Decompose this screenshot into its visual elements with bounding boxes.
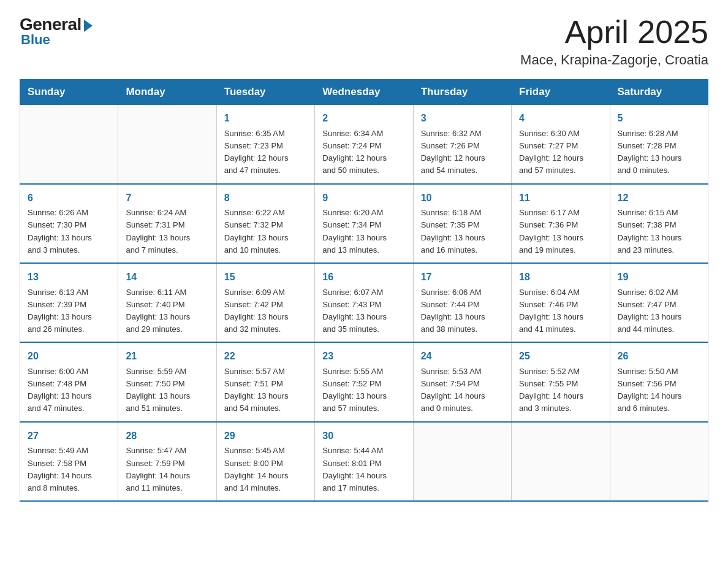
calendar-cell: 2Sunrise: 6:34 AM Sunset: 7:24 PM Daylig… <box>315 105 413 184</box>
day-number: 18 <box>519 270 602 285</box>
calendar-day-header: Sunday <box>20 80 118 105</box>
day-number: 9 <box>322 191 405 206</box>
day-number: 17 <box>421 270 504 285</box>
day-info: Sunrise: 6:22 AM Sunset: 7:32 PM Dayligh… <box>224 207 307 256</box>
day-number: 15 <box>224 270 307 285</box>
day-info: Sunrise: 5:52 AM Sunset: 7:55 PM Dayligh… <box>519 366 602 415</box>
day-number: 13 <box>28 270 110 285</box>
day-number: 7 <box>126 191 208 206</box>
day-number: 22 <box>224 349 307 364</box>
day-number: 29 <box>224 429 307 444</box>
logo-arrow-icon <box>84 20 93 32</box>
location-subtitle: Mace, Krapina-Zagorje, Croatia <box>520 52 708 68</box>
day-number: 27 <box>28 429 110 444</box>
calendar-cell: 19Sunrise: 6:02 AM Sunset: 7:47 PM Dayli… <box>610 263 708 342</box>
calendar-cell: 21Sunrise: 5:59 AM Sunset: 7:50 PM Dayli… <box>118 342 216 421</box>
calendar-cell: 18Sunrise: 6:04 AM Sunset: 7:46 PM Dayli… <box>512 263 610 342</box>
day-number: 11 <box>519 191 602 206</box>
calendar-cell: 12Sunrise: 6:15 AM Sunset: 7:38 PM Dayli… <box>610 184 708 263</box>
day-number: 24 <box>421 349 504 364</box>
day-number: 19 <box>618 270 700 285</box>
day-info: Sunrise: 6:18 AM Sunset: 7:35 PM Dayligh… <box>421 207 504 256</box>
calendar-cell: 5Sunrise: 6:28 AM Sunset: 7:28 PM Daylig… <box>610 105 708 184</box>
calendar-day-header: Saturday <box>610 80 708 105</box>
calendar-cell <box>413 422 511 501</box>
calendar-cell: 16Sunrise: 6:07 AM Sunset: 7:43 PM Dayli… <box>315 263 413 342</box>
day-number: 2 <box>322 111 405 126</box>
calendar-cell: 7Sunrise: 6:24 AM Sunset: 7:31 PM Daylig… <box>118 184 216 263</box>
calendar-day-header: Thursday <box>413 80 511 105</box>
logo-blue-text: Blue <box>21 32 50 48</box>
calendar-header-row: SundayMondayTuesdayWednesdayThursdayFrid… <box>20 80 708 105</box>
day-info: Sunrise: 6:04 AM Sunset: 7:46 PM Dayligh… <box>519 286 602 336</box>
calendar-table: SundayMondayTuesdayWednesdayThursdayFrid… <box>20 79 708 502</box>
day-info: Sunrise: 6:35 AM Sunset: 7:23 PM Dayligh… <box>224 128 307 177</box>
day-number: 4 <box>519 111 602 126</box>
logo: General Blue <box>20 15 93 48</box>
calendar-cell: 10Sunrise: 6:18 AM Sunset: 7:35 PM Dayli… <box>413 184 511 263</box>
day-number: 1 <box>224 111 307 126</box>
day-number: 28 <box>126 429 208 444</box>
day-info: Sunrise: 6:00 AM Sunset: 7:48 PM Dayligh… <box>28 366 110 415</box>
page-header: General Blue April 2025 Mace, Krapina-Za… <box>20 15 708 68</box>
calendar-day-header: Friday <box>512 80 610 105</box>
day-number: 6 <box>28 191 110 206</box>
day-info: Sunrise: 6:07 AM Sunset: 7:43 PM Dayligh… <box>322 286 405 336</box>
calendar-week-row: 13Sunrise: 6:13 AM Sunset: 7:39 PM Dayli… <box>20 263 708 342</box>
day-info: Sunrise: 6:02 AM Sunset: 7:47 PM Dayligh… <box>618 286 700 336</box>
calendar-day-header: Monday <box>118 80 216 105</box>
calendar-cell: 15Sunrise: 6:09 AM Sunset: 7:42 PM Dayli… <box>216 263 314 342</box>
calendar-cell <box>20 105 118 184</box>
calendar-cell: 22Sunrise: 5:57 AM Sunset: 7:51 PM Dayli… <box>216 342 314 421</box>
day-number: 14 <box>126 270 208 285</box>
day-number: 23 <box>322 349 405 364</box>
calendar-cell: 14Sunrise: 6:11 AM Sunset: 7:40 PM Dayli… <box>118 263 216 342</box>
calendar-cell: 17Sunrise: 6:06 AM Sunset: 7:44 PM Dayli… <box>413 263 511 342</box>
calendar-cell: 20Sunrise: 6:00 AM Sunset: 7:48 PM Dayli… <box>20 342 118 421</box>
calendar-week-row: 20Sunrise: 6:00 AM Sunset: 7:48 PM Dayli… <box>20 342 708 421</box>
calendar-cell <box>610 422 708 501</box>
calendar-cell: 24Sunrise: 5:53 AM Sunset: 7:54 PM Dayli… <box>413 342 511 421</box>
day-info: Sunrise: 5:53 AM Sunset: 7:54 PM Dayligh… <box>421 366 504 415</box>
day-number: 10 <box>421 191 504 206</box>
day-number: 26 <box>618 349 700 364</box>
day-info: Sunrise: 5:57 AM Sunset: 7:51 PM Dayligh… <box>224 366 307 415</box>
day-info: Sunrise: 6:13 AM Sunset: 7:39 PM Dayligh… <box>28 286 110 336</box>
day-info: Sunrise: 6:26 AM Sunset: 7:30 PM Dayligh… <box>28 207 110 256</box>
calendar-cell: 23Sunrise: 5:55 AM Sunset: 7:52 PM Dayli… <box>315 342 413 421</box>
day-info: Sunrise: 6:20 AM Sunset: 7:34 PM Dayligh… <box>322 207 405 256</box>
calendar-cell: 8Sunrise: 6:22 AM Sunset: 7:32 PM Daylig… <box>216 184 314 263</box>
day-info: Sunrise: 5:55 AM Sunset: 7:52 PM Dayligh… <box>322 366 405 415</box>
calendar-cell: 6Sunrise: 6:26 AM Sunset: 7:30 PM Daylig… <box>20 184 118 263</box>
calendar-day-header: Wednesday <box>315 80 413 105</box>
calendar-cell: 27Sunrise: 5:49 AM Sunset: 7:58 PM Dayli… <box>20 422 118 501</box>
day-info: Sunrise: 6:24 AM Sunset: 7:31 PM Dayligh… <box>126 207 208 256</box>
month-title: April 2025 <box>520 15 708 50</box>
calendar-cell: 4Sunrise: 6:30 AM Sunset: 7:27 PM Daylig… <box>512 105 610 184</box>
day-info: Sunrise: 5:59 AM Sunset: 7:50 PM Dayligh… <box>126 366 208 415</box>
calendar-cell: 1Sunrise: 6:35 AM Sunset: 7:23 PM Daylig… <box>216 105 314 184</box>
calendar-cell: 30Sunrise: 5:44 AM Sunset: 8:01 PM Dayli… <box>315 422 413 501</box>
day-info: Sunrise: 6:06 AM Sunset: 7:44 PM Dayligh… <box>421 286 504 336</box>
day-number: 12 <box>618 191 700 206</box>
day-info: Sunrise: 5:49 AM Sunset: 7:58 PM Dayligh… <box>28 445 110 494</box>
day-info: Sunrise: 5:50 AM Sunset: 7:56 PM Dayligh… <box>618 366 700 415</box>
day-info: Sunrise: 6:32 AM Sunset: 7:26 PM Dayligh… <box>421 128 504 177</box>
day-number: 5 <box>618 111 700 126</box>
calendar-cell <box>118 105 216 184</box>
calendar-cell: 25Sunrise: 5:52 AM Sunset: 7:55 PM Dayli… <box>512 342 610 421</box>
day-number: 20 <box>28 349 110 364</box>
day-info: Sunrise: 6:11 AM Sunset: 7:40 PM Dayligh… <box>126 286 208 336</box>
day-number: 16 <box>322 270 405 285</box>
calendar-week-row: 1Sunrise: 6:35 AM Sunset: 7:23 PM Daylig… <box>20 105 708 184</box>
day-info: Sunrise: 6:15 AM Sunset: 7:38 PM Dayligh… <box>618 207 700 256</box>
calendar-cell: 26Sunrise: 5:50 AM Sunset: 7:56 PM Dayli… <box>610 342 708 421</box>
title-block: April 2025 Mace, Krapina-Zagorje, Croati… <box>520 15 708 68</box>
calendar-cell: 13Sunrise: 6:13 AM Sunset: 7:39 PM Dayli… <box>20 263 118 342</box>
calendar-week-row: 27Sunrise: 5:49 AM Sunset: 7:58 PM Dayli… <box>20 422 708 501</box>
calendar-body: 1Sunrise: 6:35 AM Sunset: 7:23 PM Daylig… <box>20 105 708 501</box>
calendar-cell <box>512 422 610 501</box>
day-info: Sunrise: 5:44 AM Sunset: 8:01 PM Dayligh… <box>322 445 405 494</box>
day-info: Sunrise: 5:45 AM Sunset: 8:00 PM Dayligh… <box>224 445 307 494</box>
calendar-cell: 9Sunrise: 6:20 AM Sunset: 7:34 PM Daylig… <box>315 184 413 263</box>
